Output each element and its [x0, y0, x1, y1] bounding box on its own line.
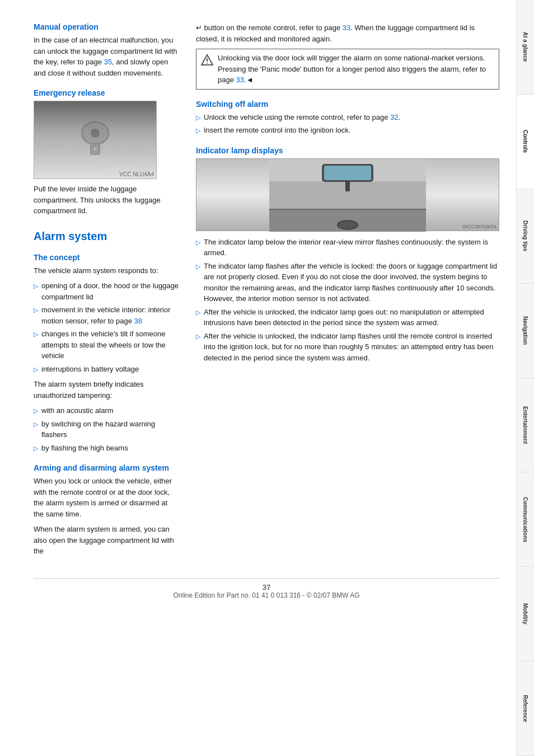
note-box: Unlocking via the door lock will trigger… — [196, 49, 499, 90]
emergency-release-caption: Pull the lever inside the luggage compar… — [34, 184, 179, 217]
ref-32-link[interactable]: 32 — [390, 113, 398, 121]
switching-off-title: Switching off alarm — [196, 100, 499, 109]
switch-bullet-1: ▷ Unlock the vehicle using the remote co… — [196, 112, 499, 123]
svg-point-1 — [91, 129, 100, 138]
switch-text-2: Insert the remote control into the ignit… — [204, 125, 350, 136]
concept-title: The concept — [34, 253, 179, 262]
indicator-bullet-1: ▷ The indicator lamp below the interior … — [196, 237, 499, 259]
tamper-arrow-1: ▷ — [34, 406, 38, 416]
sidebar-tab-driving-tips[interactable]: Driving tips — [517, 189, 534, 284]
ind-arrow-4: ▷ — [196, 332, 200, 341]
concept-bullet-list: ▷ opening of a door, the hood or the lug… — [34, 280, 179, 374]
svg-rect-12 — [345, 181, 350, 191]
arming-title: Arming and disarming alarm system — [34, 463, 179, 472]
note-triangle-icon — [201, 54, 213, 69]
indicator-title: Indicator lamp displays — [196, 146, 499, 155]
switch-text-1: Unlock the vehicle using the remote cont… — [204, 112, 400, 123]
ind-text-2: The indicator lamp flashes after the veh… — [204, 261, 499, 304]
sidebar-tab-reference[interactable]: Reference — [517, 661, 534, 756]
indicator-image: WCC3E/GB/04 — [196, 158, 499, 231]
switch-arrow-1: ▷ — [196, 113, 200, 123]
ind-text-3: After the vehicle is unlocked, the indic… — [204, 307, 499, 328]
ind-text-1: The indicator lamp below the interior re… — [204, 237, 499, 259]
tamper-intro: The alarm system briefly indicates unaut… — [34, 379, 179, 401]
tamper-arrow-2: ▷ — [34, 420, 38, 429]
emergency-release-image: VCC NLU4A4 — [34, 101, 157, 179]
ref-33a-link[interactable]: 33 — [343, 24, 350, 32]
sidebar-tab-controls[interactable]: Controls — [517, 95, 534, 189]
manual-operation-body: In the case of an electrical malfunction… — [34, 35, 179, 78]
sidebar-tab-entertainment[interactable]: Entertainment — [517, 378, 534, 473]
svg-rect-11 — [324, 166, 371, 180]
luggage-image — [34, 101, 156, 179]
bullet-battery: ▷ interruptions in battery voltage — [34, 364, 179, 375]
ind-arrow-3: ▷ — [196, 308, 200, 317]
switch-arrow-2: ▷ — [196, 126, 200, 135]
ind-text-4: After the vehicle is unlocked, the indic… — [204, 331, 499, 364]
tamper-bullet-list: ▷ with an acoustic alarm ▷ by switching … — [34, 405, 179, 453]
bullet-arrow-1: ▷ — [34, 281, 38, 291]
tamper-hazard: ▷ by switching on the hazard warning fla… — [34, 419, 179, 440]
ref-33b-link[interactable]: 33 — [236, 76, 244, 84]
sidebar-tab-communications[interactable]: Communications — [517, 472, 534, 567]
tamper-beams-text: by flashing the high beams — [41, 443, 128, 454]
svg-point-14 — [338, 220, 358, 229]
indicator-bullet-3: ▷ After the vehicle is unlocked, the ind… — [196, 307, 499, 328]
arming-para2: When the alarm system is armed, you can … — [34, 524, 179, 557]
page-number: 37 — [263, 583, 270, 591]
copyright-text: Online Edition for Part no. 01 41 0 013 … — [173, 591, 359, 599]
right-top-text: ↵ button on the remote control, refer to… — [196, 22, 499, 44]
bullet-arrow-4: ▷ — [34, 365, 38, 374]
svg-point-6 — [207, 63, 208, 64]
svg-point-3 — [93, 147, 97, 151]
sidebar-tab-navigation[interactable]: Navigation — [517, 284, 534, 378]
indicator-bullet-4: ▷ After the vehicle is unlocked, the ind… — [196, 331, 499, 364]
indicator-image-code: WCC3E/GB/04 — [462, 224, 496, 229]
concept-intro: The vehicle alarm system responds to: — [34, 265, 179, 276]
emergency-release-title: Emergency release — [34, 88, 179, 97]
bullet-battery-text: interruptions in battery voltage — [41, 364, 139, 375]
ref-35-link[interactable]: 35 — [104, 58, 112, 66]
right-column: ↵ button on the remote control, refer to… — [196, 22, 499, 561]
bullet-arrow-3: ▷ — [34, 330, 38, 339]
tamper-acoustic-text: with an acoustic alarm — [41, 405, 114, 416]
bullet-motion: ▷ movement in the vehicle interior: inte… — [34, 304, 179, 326]
indicator-bullet-2: ▷ The indicator lamp flashes after the v… — [196, 261, 499, 304]
sidebar: At a glance Controls Driving tips Naviga… — [516, 0, 534, 756]
switching-off-bullets: ▷ Unlock the vehicle using the remote co… — [196, 112, 499, 136]
bullet-arrow-2: ▷ — [34, 306, 38, 315]
sidebar-tab-mobility[interactable]: Mobility — [517, 567, 534, 661]
main-content: Manual operation In the case of an elect… — [0, 0, 516, 756]
manual-operation-title: Manual operation — [34, 22, 179, 31]
arming-para1: When you lock or unlock the vehicle, eit… — [34, 476, 179, 519]
bullet-tilt: ▷ changes in the vehicle's tilt if someo… — [34, 328, 179, 361]
bullet-door-text: opening of a door, the hood or the lugga… — [41, 280, 179, 302]
ind-arrow-1: ▷ — [196, 238, 200, 247]
emergency-image-code: VCC NLU4A4 — [119, 171, 154, 177]
sidebar-tab-at-a-glance[interactable]: At a glance — [517, 0, 534, 95]
indicator-bullets: ▷ The indicator lamp below the interior … — [196, 237, 499, 364]
page-footer: 37 Online Edition for Part no. 01 41 0 0… — [34, 578, 499, 599]
left-column: Manual operation In the case of an elect… — [34, 22, 179, 561]
ind-arrow-2: ▷ — [196, 262, 200, 271]
tamper-arrow-3: ▷ — [34, 444, 38, 453]
tamper-hazard-text: by switching on the hazard warning flash… — [41, 419, 179, 440]
bullet-tilt-text: changes in the vehicle's tilt if someone… — [41, 328, 179, 361]
bullet-door: ▷ opening of a door, the hood or the lug… — [34, 280, 179, 302]
tamper-beams: ▷ by flashing the high beams — [34, 443, 179, 454]
tamper-acoustic: ▷ with an acoustic alarm — [34, 405, 179, 416]
bullet-motion-text: movement in the vehicle interior: interi… — [41, 304, 179, 326]
alarm-system-title: Alarm system — [34, 230, 179, 243]
note-text: Unlocking via the door lock will trigger… — [218, 53, 494, 86]
switch-bullet-2: ▷ Insert the remote control into the ign… — [196, 125, 499, 136]
ref-38-link[interactable]: 38 — [134, 317, 142, 325]
